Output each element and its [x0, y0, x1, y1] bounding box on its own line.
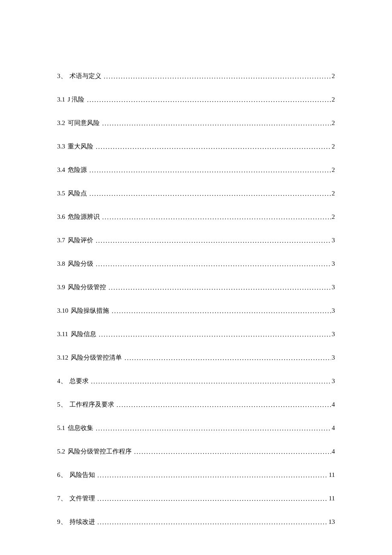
toc-entry: 3.10风险操纵措施3	[57, 307, 335, 315]
toc-entry-page: 11	[328, 495, 335, 502]
toc-leader-dots	[87, 96, 331, 104]
toc-entry-label: 3.6	[57, 213, 65, 221]
toc-entry: 3.5风险点2	[57, 189, 335, 198]
toc-entry-page: 2	[331, 213, 335, 221]
toc-entry: 7、文件管理11	[57, 494, 335, 503]
toc-entry-title: 风险分级管控清单	[71, 354, 122, 362]
toc-entry: 5.2风险分级管控工作程序4	[57, 447, 335, 456]
toc-entry-label: 6、	[57, 471, 67, 479]
toc-entry-page: 3	[331, 331, 335, 338]
toc-entry-page: 13	[328, 518, 335, 526]
toc-leader-dots	[96, 143, 331, 151]
toc-leader-dots	[109, 284, 331, 291]
toc-entry: 9、持续改进13	[57, 518, 335, 526]
toc-entry: 3.12风险分级管控清单3	[57, 354, 335, 362]
toc-container: 3、术语与定义23.1J 汛险23.2可同意风险23.3重大风险23.4危险源2…	[57, 72, 335, 541]
toc-entry-label: 7、	[57, 494, 67, 503]
toc-entry-label: 3.12	[57, 354, 68, 361]
toc-entry-title: 风险操纵措施	[71, 307, 109, 315]
toc-entry-page: 3	[331, 378, 335, 385]
toc-leader-dots	[117, 401, 331, 409]
toc-leader-dots	[102, 120, 331, 127]
toc-entry: 4、总要求3	[57, 377, 335, 385]
toc-leader-dots	[98, 495, 328, 503]
toc-entry-title: 重大风险	[68, 142, 93, 151]
toc-entry: 3.1J 汛险2	[57, 96, 335, 104]
toc-entry-title: J 汛险	[68, 96, 85, 104]
toc-entry-page: 3	[331, 307, 335, 314]
toc-entry-page: 4	[331, 424, 335, 432]
toc-entry-title: 工作程序及要求	[69, 401, 114, 409]
toc-entry-label: 3.5	[57, 190, 65, 197]
toc-entry-label: 3.4	[57, 166, 65, 174]
toc-entry: 3.2可同意风险2	[57, 119, 335, 127]
toc-entry-page: 11	[328, 471, 335, 479]
toc-entry: 6、风险告知11	[57, 471, 335, 479]
toc-entry-title: 风险分级管控	[68, 283, 106, 291]
toc-leader-dots	[89, 167, 331, 174]
toc-entry: 3.11风险信息3	[57, 330, 335, 338]
toc-entry-label: 3.11	[57, 331, 68, 338]
toc-entry-title: 术语与定义	[69, 72, 101, 80]
toc-entry-label: 3、	[57, 72, 67, 80]
toc-leader-dots	[96, 261, 331, 268]
toc-entry-title: 风险信息	[71, 330, 96, 338]
toc-entry-label: 3.2	[57, 119, 65, 127]
toc-entry-label: 3.9	[57, 284, 65, 291]
toc-entry-title: 信息收集	[68, 424, 93, 432]
toc-entry-page: 2	[331, 73, 335, 80]
toc-entry-label: 3.8	[57, 260, 65, 267]
toc-entry-page: 3	[331, 354, 335, 361]
toc-entry-label: 3.1	[57, 96, 65, 103]
toc-entry-label: 5、	[57, 401, 67, 409]
toc-entry-page: 4	[331, 448, 335, 455]
toc-entry-title: 危险源辨识	[68, 213, 100, 221]
toc-leader-dots	[102, 214, 331, 221]
toc-entry-page: 2	[331, 143, 335, 150]
toc-entry-title: 风险分级管控工作程序	[68, 447, 132, 456]
toc-entry: 5.1信息收集4	[57, 424, 335, 432]
toc-entry-label: 5.1	[57, 424, 65, 432]
toc-entry-label: 3.10	[57, 307, 68, 314]
toc-entry-page: 2	[331, 96, 335, 103]
toc-entry-title: 危险源	[68, 166, 87, 174]
toc-entry-title: 风险告知	[69, 471, 95, 479]
toc-leader-dots	[98, 519, 328, 526]
toc-entry-label: 9、	[57, 518, 67, 526]
toc-leader-dots	[104, 73, 331, 80]
toc-entry: 3.7风险评价3	[57, 236, 335, 244]
toc-entry-page: 2	[331, 119, 335, 127]
toc-leader-dots	[96, 237, 331, 244]
toc-entry-title: 总要求	[69, 377, 89, 385]
toc-entry: 5、工作程序及要求4	[57, 401, 335, 409]
toc-leader-dots	[112, 308, 331, 315]
toc-entry-label: 3.7	[57, 237, 65, 244]
toc-entry-label: 4、	[57, 377, 67, 385]
toc-entry: 3.3重大风险2	[57, 142, 335, 151]
toc-entry-title: 风险分级	[68, 260, 93, 268]
toc-leader-dots	[134, 448, 331, 456]
toc-entry-page: 2	[331, 190, 335, 197]
toc-entry-label: 3.3	[57, 143, 65, 150]
toc-entry: 3.6危险源辨识2	[57, 213, 335, 221]
toc-leader-dots	[98, 472, 328, 479]
toc-entry: 3、术语与定义2	[57, 72, 335, 80]
toc-leader-dots	[91, 378, 331, 385]
toc-entry-title: 文件管理	[69, 494, 95, 503]
toc-leader-dots	[96, 425, 331, 432]
toc-entry-title: 可同意风险	[68, 119, 100, 127]
toc-entry-page: 2	[331, 166, 335, 174]
toc-entry-title: 风险点	[68, 189, 87, 198]
toc-entry-title: 持续改进	[69, 518, 95, 526]
toc-entry-title: 风险评价	[68, 236, 93, 244]
toc-entry: 3.9风险分级管控3	[57, 283, 335, 291]
toc-entry: 3.4危险源2	[57, 166, 335, 174]
toc-leader-dots	[99, 331, 331, 338]
toc-entry-page: 3	[331, 237, 335, 244]
toc-entry-page: 3	[331, 260, 335, 267]
toc-entry-page: 3	[331, 284, 335, 291]
toc-entry: 3.8风险分级3	[57, 260, 335, 268]
toc-leader-dots	[89, 190, 331, 198]
toc-entry-label: 5.2	[57, 448, 65, 455]
toc-entry-page: 4	[331, 401, 335, 408]
